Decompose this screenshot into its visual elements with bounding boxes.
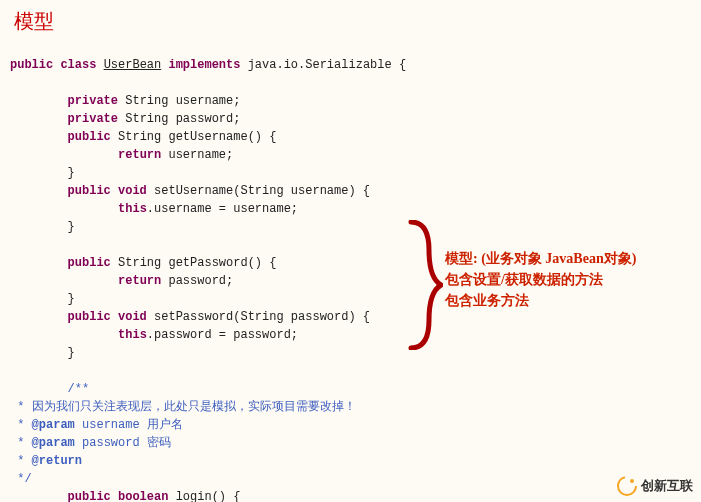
javadoc-line1: * 因为我们只关注表现层，此处只是模拟，实际项目需要改掉！ [10,400,356,414]
kw-private: private [68,94,118,108]
section-title: 模型 [14,6,691,36]
kw-public: public [68,130,111,144]
method-getusername: String getUsername() { [118,130,276,144]
field-password: String password; [125,112,240,126]
method-getpassword: String getPassword() { [118,256,276,270]
kw-private: private [68,112,118,126]
javadoc-line3a: * [10,436,32,450]
return-val: username; [168,148,233,162]
annot-line1: 模型: (业务对象 JavaBean对象) [445,248,675,269]
watermark-logo: 创新互联 [617,476,693,496]
javadoc-close: */ [10,472,32,486]
annotation: 模型: (业务对象 JavaBean对象) 包含设置/获取数据的方法 包含业务方… [445,248,675,311]
javadoc-tag-param: @param [32,418,75,432]
kw-public-class: public class [10,58,96,72]
svg-point-1 [630,479,634,483]
assign-password: .password = password; [147,328,298,342]
method-login: login() { [176,490,241,502]
kw-public-void: public void [68,184,147,198]
field-username: String username; [125,94,240,108]
javadoc-line4a: * [10,454,32,468]
kw-public: public [68,256,111,270]
interface-name: java.io.Serializable { [248,58,406,72]
javadoc-open: /** [68,382,90,396]
logo-text: 创新互联 [641,476,693,496]
kw-this: this [118,328,147,342]
kw-public-void: public void [68,310,147,324]
assign-username: .username = username; [147,202,298,216]
logo-icon [617,476,637,496]
annot-line3: 包含业务方法 [445,290,675,311]
kw-this: this [118,202,147,216]
class-name: UserBean [104,58,162,72]
kw-public-boolean: public boolean [68,490,169,502]
method-setpassword: setPassword(String password) { [154,310,370,324]
kw-implements: implements [168,58,240,72]
javadoc-line3b: password 密码 [75,436,171,450]
javadoc-tag-return: @return [32,454,82,468]
annot-line2: 包含设置/获取数据的方法 [445,269,675,290]
brace-icon [403,220,443,350]
kw-return: return [118,274,161,288]
return-val: password; [168,274,233,288]
kw-return: return [118,148,161,162]
method-setusername: setUsername(String username) { [154,184,370,198]
javadoc-line2b: username 用户名 [75,418,183,432]
javadoc-tag-param: @param [32,436,75,450]
javadoc-line2a: * [10,418,32,432]
